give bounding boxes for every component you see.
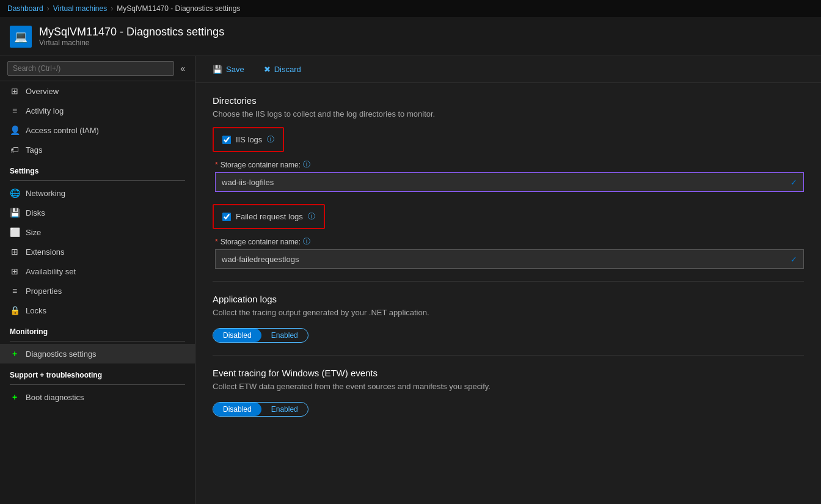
breadcrumb-dashboard[interactable]: Dashboard xyxy=(7,4,43,13)
directories-title: Directories xyxy=(213,95,804,106)
failed-storage-input[interactable] xyxy=(215,249,784,269)
failed-storage-check-icon: ✓ xyxy=(784,249,804,269)
support-divider xyxy=(10,384,185,385)
breadcrumb-sep-1: › xyxy=(47,4,49,13)
failed-request-logs-checkbox[interactable] xyxy=(222,213,231,221)
settings-section-label: Settings xyxy=(0,159,195,178)
sidebar-item-label: Boot diagnostics xyxy=(26,393,84,402)
sidebar-item-label: Disks xyxy=(26,208,45,217)
discard-button[interactable]: ✖ Discard xyxy=(259,62,306,76)
failed-request-logs-label: Failed request logs xyxy=(236,212,303,221)
sidebar-item-networking[interactable]: 🌐 Networking xyxy=(0,183,195,203)
iis-storage-info-icon[interactable]: ⓘ xyxy=(303,159,310,170)
required-asterisk-2: * xyxy=(215,238,218,246)
breadcrumb-current: MySqlVM11470 - Diagnostics settings xyxy=(117,4,240,13)
sidebar-item-availability-set[interactable]: ⊞ Availability set xyxy=(0,261,195,281)
iis-logs-label: IIS logs xyxy=(236,135,262,144)
sidebar-item-overview[interactable]: ⊞ Overview xyxy=(0,81,195,101)
access-control-icon: 👤 xyxy=(10,125,20,135)
iis-logs-info-icon[interactable]: ⓘ xyxy=(267,134,274,145)
sidebar-search-bar: « xyxy=(0,56,195,81)
section-divider-2 xyxy=(213,355,804,356)
monitoring-divider xyxy=(10,341,185,341)
failed-storage-info-icon[interactable]: ⓘ xyxy=(303,236,310,247)
section-divider-1 xyxy=(213,281,804,282)
discard-label: Discard xyxy=(274,65,301,74)
boot-diagnostics-icon: + xyxy=(10,392,20,402)
application-logs-title: Application logs xyxy=(213,294,804,304)
failed-request-logs-panel[interactable]: Failed request logs ⓘ xyxy=(213,204,325,229)
extensions-icon: ⊞ xyxy=(10,247,20,257)
etw-enabled-button[interactable]: Enabled xyxy=(261,403,308,416)
sidebar: « ⊞ Overview ≡ Activity log 👤 Access con… xyxy=(0,56,195,504)
breadcrumb: Dashboard › Virtual machines › MySqlVM11… xyxy=(0,0,821,17)
sidebar-item-label: Diagnostics settings xyxy=(26,349,97,359)
iis-storage-check-icon: ✓ xyxy=(784,172,804,192)
sidebar-item-label: Overview xyxy=(26,87,59,96)
sidebar-item-label: Activity log xyxy=(26,106,64,115)
sidebar-item-access-control[interactable]: 👤 Access control (IAM) xyxy=(0,120,195,140)
locks-icon: 🔒 xyxy=(10,305,20,315)
directories-desc: Choose the IIS logs to collect and the l… xyxy=(213,109,804,119)
iis-storage-label: * Storage container name: ⓘ xyxy=(215,159,804,170)
required-asterisk: * xyxy=(215,161,218,169)
size-icon: ⬜ xyxy=(10,227,20,237)
failed-logs-info-icon[interactable]: ⓘ xyxy=(308,211,315,222)
main-content: 💾 Save ✖ Discard Directories Choose the … xyxy=(195,56,821,504)
sidebar-item-tags[interactable]: 🏷 Tags xyxy=(0,140,195,159)
iis-logs-panel[interactable]: IIS logs ⓘ xyxy=(213,127,284,152)
sidebar-item-label: Networking xyxy=(26,189,65,198)
monitoring-section-label: Monitoring xyxy=(0,320,195,338)
save-label: Save xyxy=(226,65,244,74)
support-section-label: Support + troubleshooting xyxy=(0,363,195,382)
sidebar-item-locks[interactable]: 🔒 Locks xyxy=(0,301,195,320)
failed-logs-storage-field: * Storage container name: ⓘ ✓ xyxy=(213,236,804,269)
failed-storage-label: * Storage container name: ⓘ xyxy=(215,236,804,247)
page-title: MySqlVM11470 - Diagnostics settings xyxy=(39,26,224,38)
iis-logs-checkbox[interactable] xyxy=(222,136,231,144)
app-logs-enabled-button[interactable]: Enabled xyxy=(261,329,308,342)
settings-divider xyxy=(10,180,185,181)
etw-events-title: Event tracing for Windows (ETW) events xyxy=(213,368,804,378)
sidebar-item-activity-log[interactable]: ≡ Activity log xyxy=(0,101,195,120)
breadcrumb-virtual-machines[interactable]: Virtual machines xyxy=(53,4,108,13)
sidebar-item-label: Tags xyxy=(26,145,42,155)
breadcrumb-sep-2: › xyxy=(111,4,113,13)
application-logs-desc: Collect the tracing output generated by … xyxy=(213,308,804,317)
sidebar-item-disks[interactable]: 💾 Disks xyxy=(0,203,195,222)
sidebar-item-boot-diagnostics[interactable]: + Boot diagnostics xyxy=(0,387,195,407)
overview-icon: ⊞ xyxy=(10,86,20,96)
sidebar-item-extensions[interactable]: ⊞ Extensions xyxy=(0,242,195,261)
discard-icon: ✖ xyxy=(264,65,271,74)
page-subtitle: Virtual machine xyxy=(39,38,224,47)
iis-logs-storage-field: * Storage container name: ⓘ ✓ xyxy=(213,159,804,192)
iis-storage-input[interactable] xyxy=(215,172,784,192)
sidebar-collapse-button[interactable]: « xyxy=(178,61,188,76)
activity-log-icon: ≡ xyxy=(10,106,20,115)
app-logs-disabled-button[interactable]: Disabled xyxy=(213,329,261,342)
sidebar-item-label: Locks xyxy=(26,306,46,315)
sidebar-nav: ⊞ Overview ≡ Activity log 👤 Access contr… xyxy=(0,81,195,504)
toolbar: 💾 Save ✖ Discard xyxy=(195,56,821,83)
sidebar-item-diagnostics-settings[interactable]: + Diagnostics settings xyxy=(0,344,195,363)
application-logs-toggle: Disabled Enabled xyxy=(213,328,308,343)
sidebar-item-label: Properties xyxy=(26,287,62,296)
disks-icon: 💾 xyxy=(10,208,20,217)
etw-events-desc: Collect ETW data generated from the even… xyxy=(213,382,804,391)
sidebar-item-properties[interactable]: ≡ Properties xyxy=(0,281,195,301)
sidebar-item-size[interactable]: ⬜ Size xyxy=(0,222,195,242)
sidebar-item-label: Availability set xyxy=(26,267,76,276)
page-header-text: MySqlVM11470 - Diagnostics settings Virt… xyxy=(39,26,224,47)
diagnostics-icon: + xyxy=(10,349,20,359)
etw-disabled-button[interactable]: Disabled xyxy=(213,403,261,416)
page-header: 💻 MySqlVM11470 - Diagnostics settings Vi… xyxy=(0,17,821,56)
networking-icon: 🌐 xyxy=(10,188,20,198)
vm-icon: 💻 xyxy=(10,26,32,48)
tags-icon: 🏷 xyxy=(10,145,20,155)
etw-events-toggle: Disabled Enabled xyxy=(213,402,308,417)
sidebar-item-label: Access control (IAM) xyxy=(26,126,99,135)
save-button[interactable]: 💾 Save xyxy=(208,62,249,76)
search-input[interactable] xyxy=(7,61,174,76)
sidebar-item-label: Extensions xyxy=(26,247,65,257)
content-body: Directories Choose the IIS logs to colle… xyxy=(195,83,821,504)
